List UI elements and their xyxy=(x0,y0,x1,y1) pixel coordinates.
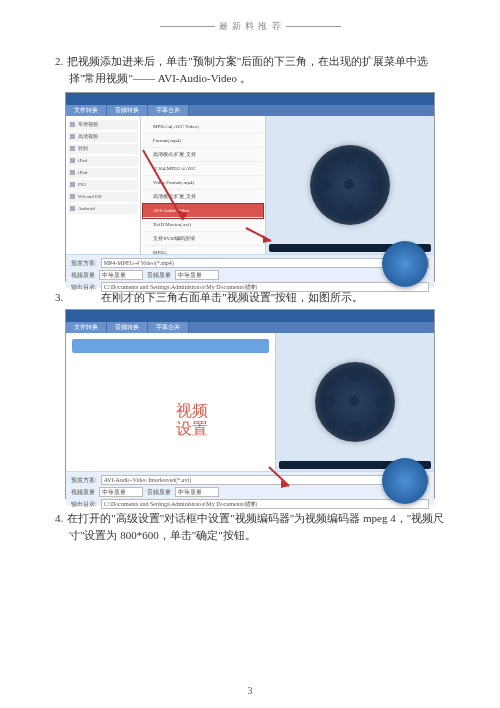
app-tab: 音频转换 xyxy=(107,105,148,116)
app-tab: 字幕合并 xyxy=(148,105,189,116)
step-3: 3. 在刚才的下三角右面单击"视频设置"按钮，如图所示。 xyxy=(55,290,445,305)
figure-step3-screenshot: 文件转换 音频转换 字幕合并 预置方案: AVI-Audio-Video Int… xyxy=(65,309,435,499)
preview-pane xyxy=(276,333,434,471)
output-field: C:\Documents and Settings\Administrator\… xyxy=(101,282,429,292)
convert-knob-icon xyxy=(382,458,428,504)
step-2: 2.把视频添加进来后，单击"预制方案"后面的下三角，在出现的扩展菜单中选择"常用… xyxy=(55,53,445,86)
step-4: 4.在打开的"高级设置"对话框中设置"视频编码器"为视频编码器 mpeg 4，"… xyxy=(55,510,445,543)
output-label: 输出目录: xyxy=(71,283,97,292)
format-category-list: 常用视频 高清视频 转到 iPad iPod PS3 Wii and DS An… xyxy=(66,116,141,254)
page-number: 3 xyxy=(0,685,500,696)
app-tab: 文件转换 xyxy=(66,322,107,333)
film-reel-icon xyxy=(315,362,395,442)
figure-step2-screenshot: 文件转换 音频转换 字幕合并 常用视频 高清视频 转到 iPad iPod PS… xyxy=(65,92,435,282)
page-header: 最 新 料 推 荐 xyxy=(55,20,445,33)
app-tab: 文件转换 xyxy=(66,105,107,116)
convert-knob-icon xyxy=(382,241,428,287)
app-tab: 音频转换 xyxy=(107,322,148,333)
preset-field: AVI-Audio-Video Interleaved(*.avi) xyxy=(101,475,429,485)
film-reel-icon xyxy=(310,145,390,225)
codec-list: MPEG-4(.AVC Video) Format(.mp4) 高清模式/扩展,… xyxy=(141,116,266,254)
app-tab: 字幕合并 xyxy=(148,322,189,333)
output-field: C:\Documents and Settings\Administrator\… xyxy=(101,499,429,509)
preview-pane xyxy=(266,116,434,254)
codec-selected: AVI-Audio-Video xyxy=(143,204,263,218)
preset-field: MP4-MPEG-4 Video(*.mp4) xyxy=(101,258,429,268)
preset-label: 预置方案: xyxy=(71,259,97,268)
